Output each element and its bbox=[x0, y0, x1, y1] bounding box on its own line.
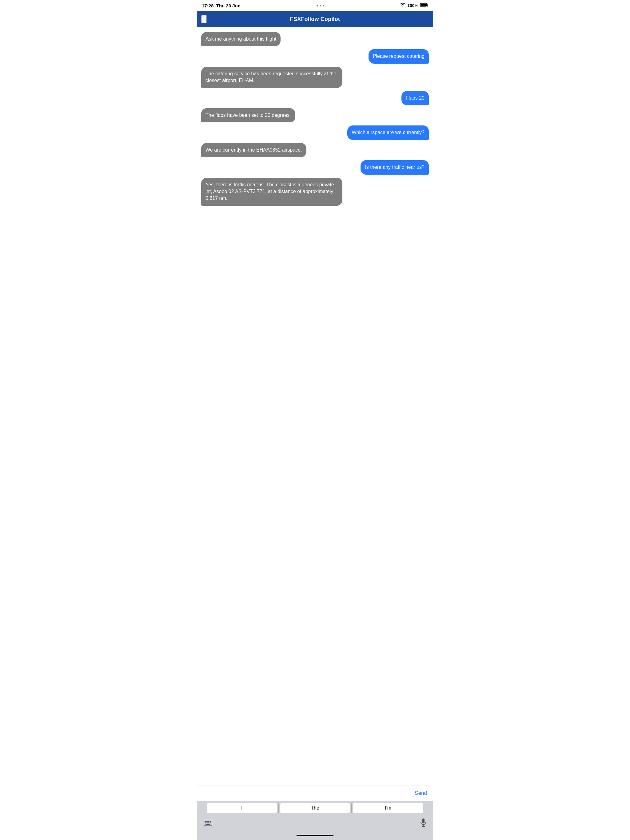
svg-rect-12 bbox=[422, 818, 424, 823]
message-4: Flaps 20 bbox=[401, 91, 429, 105]
input-area: Send bbox=[197, 786, 433, 801]
svg-rect-8 bbox=[206, 823, 207, 823]
chat-area: Ask me anything about this flightPlease … bbox=[197, 27, 433, 786]
message-5: The flaps have been set to 20 degrees. bbox=[201, 108, 295, 122]
suggestion-2[interactable]: I'm bbox=[353, 803, 423, 813]
message-input[interactable] bbox=[201, 789, 410, 797]
message-8: Is there any traffic near us? bbox=[361, 160, 429, 174]
svg-rect-5 bbox=[208, 821, 209, 822]
message-9: Yes, there is traffic near us. The close… bbox=[201, 178, 342, 206]
message-7: We are currently in the EHAA0852 airspac… bbox=[201, 143, 306, 157]
nav-title: FSXFollow Copilot bbox=[290, 16, 340, 22]
status-right: 100% bbox=[400, 3, 428, 8]
battery-percentage: 100% bbox=[407, 3, 418, 8]
svg-rect-1 bbox=[421, 4, 427, 6]
svg-rect-4 bbox=[206, 821, 207, 822]
message-3: The catering service has been requested … bbox=[201, 67, 342, 88]
keyboard-suggestions: ITheI'm bbox=[197, 801, 433, 815]
send-button[interactable]: Send bbox=[413, 789, 429, 797]
suggestion-1[interactable]: The bbox=[280, 803, 350, 813]
keyboard-bottom-bar bbox=[197, 815, 433, 833]
message-1: Ask me anything about this flight bbox=[201, 32, 280, 46]
status-dots bbox=[317, 5, 324, 6]
svg-rect-10 bbox=[210, 823, 211, 823]
home-indicator bbox=[296, 835, 334, 836]
svg-rect-3 bbox=[204, 821, 206, 822]
mic-button[interactable] bbox=[418, 816, 428, 831]
back-button[interactable] bbox=[201, 15, 207, 23]
suggestion-0[interactable]: I bbox=[207, 803, 277, 813]
wifi-icon bbox=[400, 3, 405, 8]
svg-rect-6 bbox=[210, 821, 211, 822]
status-bar: 17:28 Thu 20 Jun 100% bbox=[197, 0, 433, 11]
status-time: 17:28 Thu 20 Jun bbox=[202, 3, 241, 8]
keyboard-toggle-button[interactable] bbox=[202, 818, 214, 829]
svg-rect-7 bbox=[204, 823, 206, 823]
svg-rect-9 bbox=[208, 823, 209, 823]
message-2: Please request catering bbox=[369, 49, 429, 63]
battery-icon bbox=[420, 3, 428, 8]
svg-rect-11 bbox=[206, 824, 211, 825]
home-indicator-area bbox=[197, 833, 433, 840]
message-6: Which airspace are we currently? bbox=[347, 125, 429, 140]
nav-bar: FSXFollow Copilot bbox=[197, 11, 433, 27]
